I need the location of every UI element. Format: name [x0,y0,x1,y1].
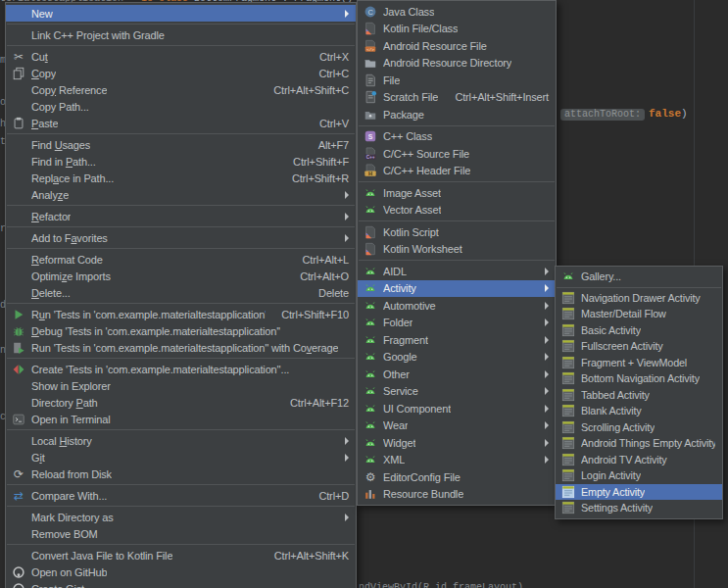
menu-item-navigation-drawer-activity[interactable]: Navigation Drawer Activity [556,290,722,307]
menu-item-fragment[interactable]: Fragment [358,331,556,349]
menu-item-kotlin-worksheet[interactable]: Kotlin Worksheet [358,241,556,259]
menu-item-editorconfig-file[interactable]: ⚙EditorConfig File [358,468,556,486]
menu-item-tabbed-activity[interactable]: Tabbed Activity [556,387,722,404]
menu-item-activity[interactable]: Activity [358,280,556,298]
menu-item-ui-component[interactable]: UI Component [358,400,556,417]
blank-icon [12,527,31,541]
menu-item-file[interactable]: File [358,72,556,89]
tpl-icon [561,468,581,482]
menu-item-empty-activity[interactable]: Empty Activity [556,484,722,501]
menu-item-other[interactable]: Other [358,366,556,383]
menu-item-shortcut: Ctrl+Alt+Shift+K [259,550,349,562]
tpl-icon [561,420,581,434]
menu-item-android-things-empty-activity[interactable]: Android Things Empty Activity [556,435,722,452]
menu-item-create-gist[interactable]: Create Gist... [6,580,356,588]
menu-item-gallery[interactable]: Gallery... [556,269,722,285]
debug-icon [12,324,31,338]
menu-item-aidl[interactable]: AIDL [358,263,556,280]
menu-item-copy[interactable]: CopyCtrl+C [6,65,356,81]
menu-item-image-asset[interactable]: Image Asset [358,184,556,202]
menu-item-reload-from-disk[interactable]: ⟳Reload from Disk [6,466,356,482]
menu-item-folder[interactable]: Folder [358,315,556,332]
menu-item-widget[interactable]: Widget [358,434,556,452]
menu-item-login-activity[interactable]: Login Activity [556,467,722,484]
menu-item-shortcut: Ctrl+X [304,51,349,63]
menu-item-debug-tests-in-com-example-materialtesta[interactable]: Debug 'Tests in 'com.example.materialtes… [6,322,356,339]
menu-item-mark-directory-as[interactable]: Mark Directory as [6,509,356,525]
menu-item-git[interactable]: Git [6,449,356,466]
menu-item-label: Replace in Path... [31,172,114,184]
menu-item-label: Create Gist... [31,583,93,588]
android-icon [561,270,581,283]
menu-item-fullscreen-activity[interactable]: Fullscreen Activity [556,338,722,355]
paste-icon [12,117,31,130]
menu-item-cut[interactable]: ✂CutCtrl+X [6,48,356,65]
menu-item-compare-with[interactable]: ⇄Compare With...Ctrl+D [6,487,356,504]
menu-separator [359,181,555,182]
menu-item-convert-java-file-to-kotlin-file[interactable]: Convert Java File to Kotlin FileCtrl+Alt… [6,547,356,564]
menu-item-basic-activity[interactable]: Basic Activity [556,322,722,339]
menu-item-android-resource-file[interactable]: </>Android Resource File [358,37,556,55]
menu-item-run-tests-in-com-example-materialtestapp[interactable]: Run 'Tests in 'com.example.materialtesta… [6,306,356,322]
menu-item-optimize-imports[interactable]: Optimize ImportsCtrl+Alt+O [6,268,356,284]
menu-item-label: Find Usages [31,139,90,151]
menu-item-wear[interactable]: Wear [358,417,556,435]
menu-item-add-to-favorites[interactable]: Add to Favorites [6,229,356,246]
menu-item-bottom-navigation-activity[interactable]: Bottom Navigation Activity [556,370,722,387]
menu-item-vector-asset[interactable]: Vector Asset [358,202,556,220]
menu-item-c-c-source-file[interactable]: C++C/C++ Source File [358,145,556,163]
menu-item-google[interactable]: Google [358,349,556,367]
menu-item-android-resource-directory[interactable]: Android Resource Directory [358,55,556,73]
menu-item-replace-in-path[interactable]: Replace in Path...Ctrl+Shift+R [6,170,356,186]
menu-item-local-history[interactable]: Local History [6,432,356,449]
menu-item-settings-activity[interactable]: Settings Activity [556,500,722,516]
menu-item-master-detail-flow[interactable]: Master/Detail Flow [556,306,722,322]
menu-item-remove-bom[interactable]: Remove BOM [6,525,356,542]
menu-item-blank-activity[interactable]: Blank Activity [556,403,722,419]
menu-item-kotlin-script[interactable]: Kotlin Script [358,223,556,241]
menu-item-scratch-file[interactable]: Scratch FileCtrl+Alt+Shift+Insert [358,89,556,107]
menu-item-show-in-explorer[interactable]: Show in Explorer [6,377,356,394]
menu-item-find-usages[interactable]: Find UsagesAlt+F7 [6,136,356,153]
menu-item-new[interactable]: New [6,5,356,22]
menu-item-service[interactable]: Service [358,383,556,401]
menu-item-label: Optimize Imports [31,270,111,282]
menu-item-open-on-github[interactable]: Open on GitHub [6,564,356,580]
menu-item-reformat-code[interactable]: Reformat CodeCtrl+Alt+L [6,251,356,268]
menu-item-kotlin-file-class[interactable]: Kotlin File/Class [358,21,556,38]
menu-item-c-class[interactable]: SC++ Class [358,128,556,146]
blank-icon [12,138,31,152]
blank-icon [12,172,31,185]
menu-item-delete[interactable]: Delete...Delete [6,284,356,301]
blank-icon [12,549,31,563]
menu-item-open-in-terminal[interactable]: Open in Terminal [6,411,356,427]
menu-item-java-class[interactable]: CJava Class [358,3,556,21]
menu-item-copy-reference[interactable]: Copy ReferenceCtrl+Alt+Shift+C [6,81,356,98]
menu-separator [7,24,355,24]
menu-item-package[interactable]: Package [358,106,556,123]
menu-item-directory-path[interactable]: Directory PathCtrl+Alt+F12 [6,394,356,411]
menu-item-scrolling-activity[interactable]: Scrolling Activity [556,419,722,436]
menu-item-android-tv-activity[interactable]: Android TV Activity [556,452,722,468]
menu-item-analyze[interactable]: Analyze [6,186,356,203]
menu-item-label: Kotlin Worksheet [383,243,462,255]
menu-item-paste[interactable]: PasteCtrl+V [6,115,356,131]
menu-item-create-tests-in-com-example-materialtest[interactable]: Create 'Tests in 'com.example.materialte… [6,361,356,377]
menu-item-label: Mark Directory as [31,512,114,523]
submenu-arrow-icon [545,421,549,429]
menu-item-xml[interactable]: XML [358,452,556,469]
cpp-source-icon: C++ [364,147,383,161]
cut-icon: ✂ [12,50,31,64]
menu-item-link-c-project-with-gradle[interactable]: Link C++ Project with Gradle [6,26,356,43]
menu-item-fragment-viewmodel[interactable]: Fragment + ViewModel [556,355,722,371]
param-hint-value: false [649,108,681,120]
submenu-arrow-icon [345,234,349,242]
menu-item-c-c-header-file[interactable]: HC/C++ Header File [358,163,556,180]
menu-item-find-in-path[interactable]: Find in Path...Ctrl+Shift+F [6,153,356,170]
menu-item-refactor[interactable]: Refactor [6,208,356,224]
menu-item-run-tests-in-com-example-materialtestapp[interactable]: Run 'Tests in 'com.example.materialtesta… [6,339,356,356]
menu-item-copy-path[interactable]: Copy Path... [6,98,356,115]
menu-item-automotive[interactable]: Automotive [358,297,556,315]
menu-item-resource-bundle[interactable]: Resource Bundle [358,486,556,504]
menu-item-label: Open in Terminal [31,414,111,425]
